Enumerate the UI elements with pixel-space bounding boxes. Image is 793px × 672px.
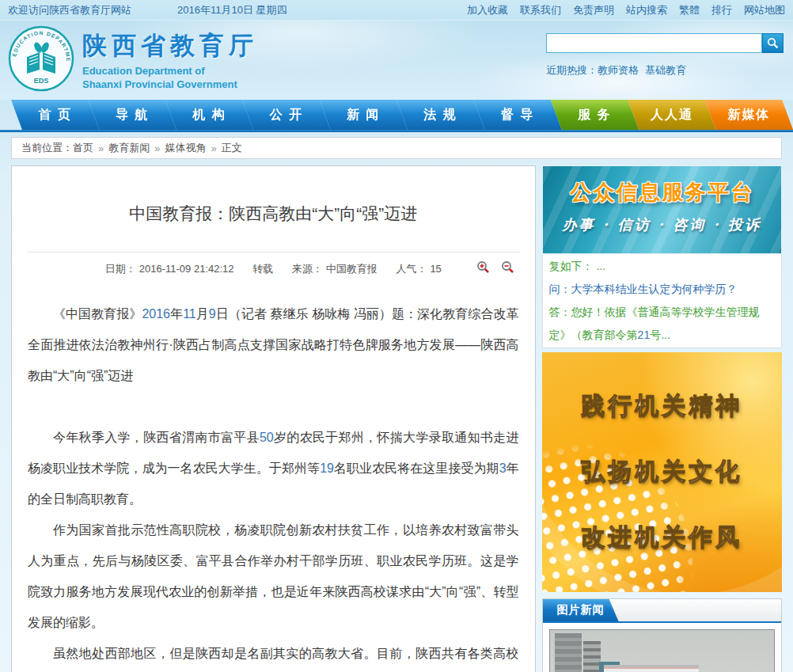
font-zoom-out-icon[interactable] (501, 260, 514, 274)
sidebar: 公众信息服务平台 办事 · 信访 · 咨询 · 投诉 复如下： ...问：大学本… (542, 165, 782, 672)
current-date: 2016年11月10日 星期四 (177, 3, 287, 17)
breadcrumb-item-4: 正文 (222, 141, 242, 155)
site-title: 陕西省教育厅 (82, 29, 258, 63)
site-logo[interactable]: EDUCATION DEPARTMENT OF SHAANXI EDS (8, 25, 74, 95)
site-header: EDUCATION DEPARTMENT OF SHAANXI EDS 陕西省教… (0, 21, 793, 100)
photo-news-section: 图片新闻 (542, 598, 782, 672)
meta-source: 中国教育报 (326, 263, 378, 275)
breadcrumb-separator: » (211, 142, 216, 154)
article-body: 《中国教育报》2016年11月9日（记者 蔡继乐 杨咏梅 冯丽）题：深化教育综合… (28, 298, 519, 672)
eds-seal-icon: EDUCATION DEPARTMENT OF SHAANXI EDS (8, 25, 74, 92)
article-title: 中国教育报：陕西高教由“大”向“强”迈进 (28, 203, 519, 225)
hot-search-row: 近期热搜：教师资格基础教育 (546, 63, 784, 78)
breadcrumb-item-3[interactable]: 媒体视角 (165, 141, 206, 155)
nav-tab-8[interactable]: 服 务 (551, 100, 639, 130)
topbar-link-3[interactable]: 免责声明 (573, 3, 614, 17)
banner-subtitle: 办事 · 信访 · 咨询 · 投诉 (543, 215, 781, 234)
spirit-line-3: 改进机关作风 (542, 522, 782, 554)
site-subtitle: Education Department of Shaanxi Provinci… (82, 65, 258, 92)
spirit-line-2: 弘扬机关文化 (542, 456, 782, 488)
nav-tab-1[interactable]: 首 页 (11, 100, 99, 130)
topbar-link-6[interactable]: 排行 (711, 3, 732, 17)
article-panel: 中国教育报：陕西高教由“大”向“强”迈进 日期：2016-11-09 21:42… (11, 165, 536, 672)
site-brand: 陕西省教育厅 Education Department of Shaanxi P… (82, 29, 258, 92)
nav-tab-9[interactable]: 人人通 (628, 100, 715, 130)
qa-answer-1[interactable]: 复如下： ... (549, 255, 775, 278)
qa-question-4[interactable]: 问：西安欧亚学院招生宣传误导考生 (549, 347, 775, 348)
topbar-link-4[interactable]: 站内搜索 (626, 3, 667, 17)
article-meta: 日期：2016-11-09 21:42:12 转载 来源：中国教育报 人气：15 (28, 252, 519, 276)
breadcrumb-label: 当前位置： (21, 141, 73, 155)
main-content: 中国教育报：陕西高教由“大”向“强”迈进 日期：2016-11-09 21:42… (11, 165, 782, 672)
breadcrumb-separator: » (98, 142, 104, 154)
breadcrumb-separator: » (154, 142, 160, 154)
hot-search-term-1[interactable]: 教师资格 (598, 64, 639, 76)
agency-spirit-banner[interactable]: 践行机关精神弘扬机关文化改进机关作风 (542, 352, 782, 592)
nav-tab-2[interactable]: 导 航 (88, 100, 176, 130)
article-paragraph-1: 《中国教育报》2016年11月9日（记者 蔡继乐 杨咏梅 冯丽）题：深化教育综合… (28, 298, 519, 391)
search-icon (767, 37, 779, 49)
article-paragraph-2: 今年秋季入学，陕西省渭南市富平县50岁的农民于郑州，怀揣大学录取通知书走进杨凌职… (28, 422, 519, 514)
hot-search-label: 近期热搜： (546, 64, 598, 76)
spirit-line-1: 践行机关精神 (542, 390, 782, 423)
main-navigation: 首 页导 航机 构公 开新 闻法 规督 导服 务人人通新媒体 (0, 100, 793, 130)
topbar-link-5[interactable]: 繁體 (679, 3, 700, 17)
qa-answer-3[interactable]: 答：您好！依据《普通高等学校学生管理规定》（教育部令第21号... (549, 301, 775, 347)
nav-underline (0, 130, 793, 132)
nav-tab-10[interactable]: 新媒体 (705, 100, 793, 130)
nav-tab-6[interactable]: 法 规 (396, 100, 484, 130)
banner-title: 公众信息服务平台 (543, 178, 781, 207)
photo-news-tab[interactable]: 图片新闻 (543, 599, 619, 621)
nav-tab-7[interactable]: 督 导 (473, 100, 561, 130)
qa-question-2[interactable]: 问：大学本科结业生认定为何种学历？ (549, 278, 775, 301)
photo-building-left (555, 633, 582, 672)
search-input[interactable] (546, 33, 762, 53)
meta-date-label: 日期： (105, 263, 136, 275)
breadcrumb: 当前位置：首页»教育新闻»媒体视角»正文 (11, 137, 782, 159)
photo-news-image[interactable] (549, 629, 775, 672)
hot-search-term-2[interactable]: 基础教育 (645, 64, 686, 76)
nav-tab-4[interactable]: 公 开 (242, 100, 330, 130)
qa-marquee[interactable]: 复如下： ...问：大学本科结业生认定为何种学历？答：您好！依据《普通高等学校学… (542, 254, 782, 348)
topbar-link-7[interactable]: 网站地图 (744, 3, 785, 17)
nav-tab-3[interactable]: 机 构 (165, 100, 253, 130)
topbar-link-2[interactable]: 联系我们 (520, 3, 561, 17)
meta-repost: 转载 (252, 263, 273, 275)
breadcrumb-item-1[interactable]: 首页 (73, 141, 93, 155)
meta-views: 15 (430, 263, 441, 275)
photo-news-header: 图片新闻 (543, 599, 781, 623)
svg-text:EDS: EDS (34, 77, 49, 85)
public-service-banner[interactable]: 公众信息服务平台 办事 · 信访 · 咨询 · 投诉 (542, 165, 782, 254)
topbar-links: 加入收藏联系我们免责声明站内搜索繁體排行网站地图 (467, 3, 785, 17)
meta-views-label: 人气： (396, 263, 427, 275)
meta-source-label: 来源： (292, 263, 323, 275)
article-paragraph-3: 作为国家首批示范性高职院校，杨凌职院创新农村扶贫工作，以培养农村致富带头人为重点… (28, 514, 519, 638)
topbar-link-1[interactable]: 加入收藏 (467, 3, 508, 17)
nav-tab-5[interactable]: 新 闻 (320, 100, 408, 130)
photo-building-tower (583, 641, 601, 672)
search-area: 近期热搜：教师资格基础教育 (546, 33, 784, 78)
top-utility-bar: 欢迎访问陕西省教育厅网站 2016年11月10日 星期四 加入收藏联系我们免责声… (0, 0, 793, 21)
article-paragraph-4: 虽然地处西部地区，但是陕西却是名副其实的高教大省。目前，陕西共有各类高校108所… (28, 638, 519, 672)
breadcrumb-item-2[interactable]: 教育新闻 (108, 141, 150, 155)
welcome-text: 欢迎访问陕西省教育厅网站 (8, 3, 131, 17)
meta-date: 2016-11-09 21:42:12 (139, 263, 234, 275)
search-button[interactable] (762, 33, 784, 53)
font-zoom-in-icon[interactable] (476, 260, 490, 274)
photo-school-building (604, 665, 699, 672)
